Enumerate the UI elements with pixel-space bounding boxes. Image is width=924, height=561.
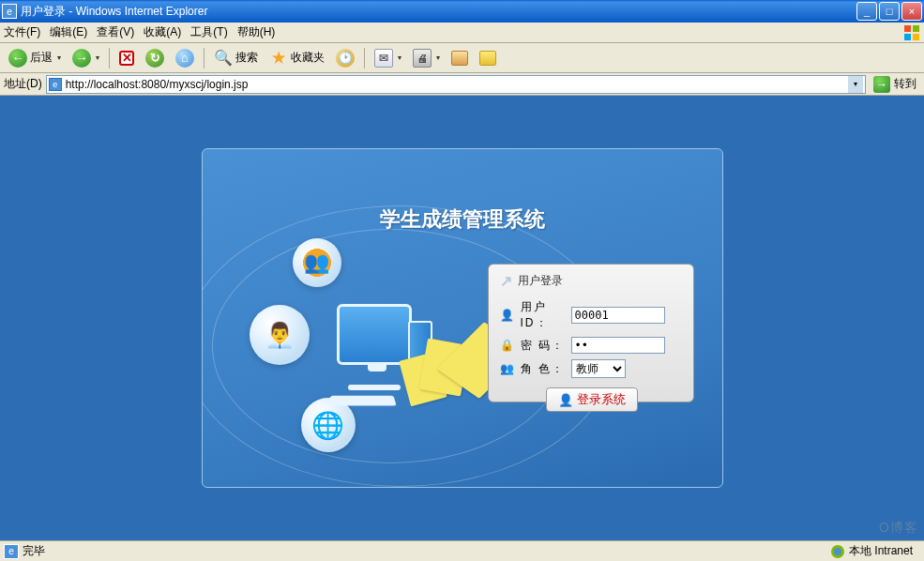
app-title: 学生成绩管理系统 bbox=[380, 205, 545, 234]
separator bbox=[364, 48, 365, 68]
star-icon: ★ bbox=[269, 49, 288, 68]
intranet-icon bbox=[830, 544, 845, 559]
menu-tools[interactable]: 工具(T) bbox=[190, 24, 227, 40]
mail-icon: ✉ bbox=[374, 49, 393, 68]
login-button-label: 登录系统 bbox=[577, 391, 626, 408]
user-icon: 👤 bbox=[500, 308, 515, 323]
address-url: http://localhost:8080/myxscj/login.jsp bbox=[66, 78, 844, 91]
role-label: 角 色： bbox=[521, 361, 566, 377]
home-button[interactable]: ⌂ bbox=[171, 47, 199, 69]
status-page-icon: e bbox=[4, 544, 19, 559]
minimize-button[interactable]: _ bbox=[856, 2, 877, 21]
role-select[interactable]: 教师 bbox=[571, 359, 626, 378]
windows-flag-icon bbox=[903, 24, 920, 41]
refresh-button[interactable]: ↻ bbox=[141, 47, 169, 69]
go-icon: → bbox=[873, 76, 890, 93]
login-title: 用户登录 bbox=[518, 273, 563, 289]
search-icon: 🔍 bbox=[214, 49, 233, 68]
login-form: ↗ 用户登录 👤 用户ID： 🔒 密 码： 👥 角 色： 教师 👤 bbox=[488, 264, 694, 402]
address-label: 地址(D) bbox=[4, 76, 42, 92]
userid-input[interactable] bbox=[571, 307, 665, 324]
stop-button[interactable]: ✕ bbox=[114, 47, 139, 69]
print-icon: 🖨 bbox=[413, 49, 432, 68]
svg-point-5 bbox=[834, 548, 841, 555]
login-run-icon: 👤 bbox=[558, 393, 573, 407]
svg-rect-2 bbox=[904, 34, 911, 40]
favorites-label: 收藏夹 bbox=[291, 50, 325, 66]
search-button[interactable]: 🔍 搜索 bbox=[209, 47, 263, 69]
toolbar: ← 后退 ▾ → ▾ ✕ ↻ ⌂ 🔍 搜索 ★ 收藏夹 🕑 ✉▾ 🖨▾ bbox=[0, 43, 924, 73]
security-zone: 本地 Intranet bbox=[830, 543, 913, 559]
svg-rect-0 bbox=[904, 25, 911, 32]
forward-icon: → bbox=[72, 49, 91, 68]
forward-button[interactable]: → ▾ bbox=[68, 47, 104, 69]
separator bbox=[204, 48, 204, 68]
chevron-down-icon: ▾ bbox=[436, 53, 440, 62]
menu-favorites[interactable]: 收藏(A) bbox=[144, 24, 181, 40]
menu-bar: 文件(F) 编辑(E) 查看(V) 收藏(A) 工具(T) 帮助(H) bbox=[0, 23, 924, 43]
svg-rect-1 bbox=[913, 25, 919, 32]
login-panel: 学生成绩管理系统 ↗ 用户登录 👤 用户ID： 🔒 密 码： bbox=[202, 148, 723, 488]
status-bar: e 完毕 本地 Intranet bbox=[0, 540, 924, 561]
menu-edit[interactable]: 编辑(E) bbox=[50, 24, 87, 40]
password-input[interactable] bbox=[571, 337, 665, 354]
print-button[interactable]: 🖨▾ bbox=[408, 47, 445, 69]
favorites-button[interactable]: ★ 收藏夹 bbox=[265, 47, 329, 69]
home-icon: ⌂ bbox=[175, 49, 194, 68]
decor-bubble-worker-icon bbox=[250, 305, 310, 365]
login-header: ↗ 用户登录 bbox=[500, 272, 684, 290]
app-icon: e bbox=[2, 4, 17, 19]
page-favicon-icon: e bbox=[49, 78, 62, 91]
maximize-button[interactable]: □ bbox=[879, 2, 900, 21]
edit-icon bbox=[451, 51, 468, 66]
mail-button[interactable]: ✉▾ bbox=[370, 47, 406, 69]
edit-button[interactable] bbox=[447, 47, 473, 69]
address-dropdown-icon[interactable]: ▾ bbox=[848, 76, 863, 93]
back-icon: ← bbox=[8, 49, 27, 68]
password-label: 密 码： bbox=[521, 338, 566, 354]
separator bbox=[109, 48, 110, 68]
window-title: 用户登录 - Windows Internet Explorer bbox=[21, 4, 856, 20]
go-label: 转到 bbox=[894, 76, 916, 92]
window-titlebar: e 用户登录 - Windows Internet Explorer _ □ × bbox=[0, 0, 924, 23]
history-icon: 🕑 bbox=[336, 49, 355, 68]
refresh-icon: ↻ bbox=[145, 49, 164, 68]
decor-bubble-users-icon bbox=[293, 238, 341, 287]
zone-label: 本地 Intranet bbox=[849, 543, 913, 559]
chevron-down-icon: ▾ bbox=[57, 53, 61, 62]
lock-icon: 🔒 bbox=[500, 338, 515, 353]
back-label: 后退 bbox=[30, 50, 53, 66]
close-button[interactable]: × bbox=[901, 2, 922, 21]
folder-icon bbox=[479, 51, 496, 66]
history-button[interactable]: 🕑 bbox=[331, 47, 359, 69]
menu-file[interactable]: 文件(F) bbox=[4, 24, 40, 40]
login-button[interactable]: 👤 登录系统 bbox=[546, 387, 638, 412]
menu-view[interactable]: 查看(V) bbox=[97, 24, 134, 40]
chevron-down-icon: ▾ bbox=[398, 53, 401, 62]
address-bar: 地址(D) e http://localhost:8080/myxscj/log… bbox=[0, 73, 924, 96]
role-icon: 👥 bbox=[500, 361, 515, 376]
status-text: 完毕 bbox=[23, 543, 830, 559]
address-field[interactable]: e http://localhost:8080/myxscj/login.jsp… bbox=[46, 75, 866, 94]
chevron-down-icon: ▾ bbox=[96, 53, 99, 62]
back-button[interactable]: ← 后退 ▾ bbox=[4, 47, 66, 69]
userid-label: 用户ID： bbox=[521, 299, 566, 331]
page-viewport: 学生成绩管理系统 ↗ 用户登录 👤 用户ID： 🔒 密 码： bbox=[0, 96, 924, 540]
arrow-icon: ↗ bbox=[500, 272, 512, 290]
discuss-button[interactable] bbox=[475, 47, 501, 69]
menu-help[interactable]: 帮助(H) bbox=[237, 24, 276, 40]
stop-icon: ✕ bbox=[119, 51, 134, 66]
search-label: 搜索 bbox=[235, 50, 258, 66]
go-button[interactable]: → 转到 bbox=[870, 76, 920, 93]
svg-rect-3 bbox=[913, 34, 919, 40]
